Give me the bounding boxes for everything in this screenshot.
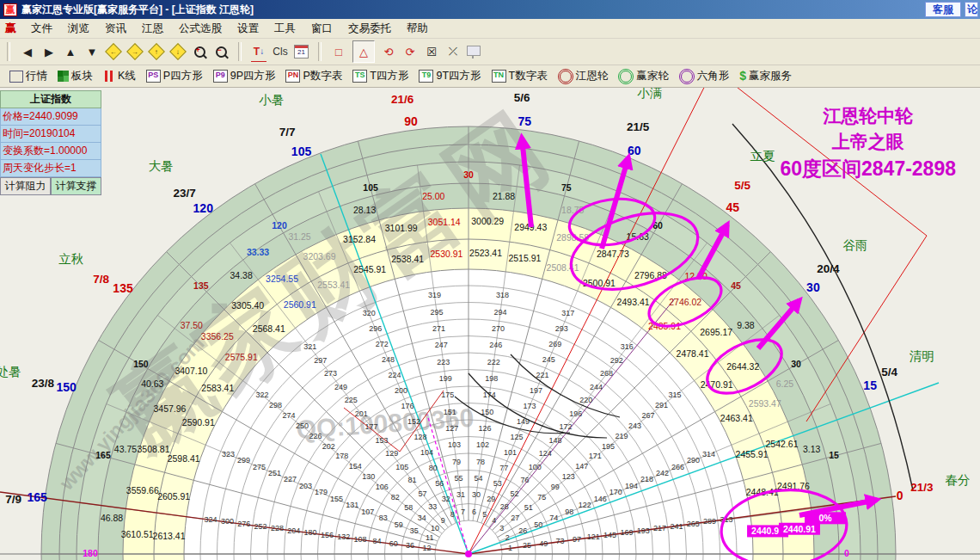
chart-type-K线[interactable]: K线 [99, 67, 140, 85]
triangle-tool-button[interactable]: △ [352, 40, 375, 63]
price-label-outer: 3610.51 [121, 529, 154, 539]
spiral-number: 174 [483, 391, 496, 399]
spiral-number: 55 [455, 474, 463, 483]
spiral-number: 127 [445, 424, 458, 433]
price-label-outer: 2644.32 [726, 361, 759, 372]
boxed-x-tool-button[interactable]: ☒ [424, 42, 439, 61]
spiral-number: 275 [253, 463, 266, 471]
spiral-number: 10 [431, 524, 439, 532]
spiral-number: 220 [579, 396, 592, 404]
wheel-annotation: 江恩轮中轮 上帝之眼 60度区间2847-2898 [780, 103, 956, 182]
chart-type-江恩轮[interactable]: 江恩轮 [554, 67, 613, 86]
chart-type-行情[interactable]: 行情 [5, 67, 52, 85]
move-up-icon[interactable]: ↑ [148, 43, 165, 60]
spiral-number: 58 [404, 503, 413, 512]
spiral-number: 268 [600, 369, 613, 378]
menu-item-1[interactable]: 浏览 [60, 20, 97, 38]
instrument-info-panel: 上证指数 价格=2440.9099时间=20190104变换系数=1.00000… [0, 90, 101, 195]
spiral-number: 193 [637, 526, 650, 535]
chart-type-toolbar: 行情板块K线PSP四方形P99P四方形PNP数字表TST四方形T99T四方形TN… [0, 65, 980, 88]
price-label-inner: 2560.91 [284, 299, 316, 310]
outer-date-label: 5/4 [881, 366, 897, 378]
chart-type-9T四方形[interactable]: T99T四方形 [414, 67, 485, 85]
price-label-outer: 2593.47 [749, 398, 781, 409]
spiral-number: 126 [479, 424, 492, 433]
spiral-number: 132 [337, 532, 350, 541]
prev-button[interactable]: ◀ [20, 42, 35, 61]
calendar-button[interactable]: 21 [294, 45, 309, 58]
customer-service-button[interactable]: 客服 [925, 2, 961, 17]
move-right-icon[interactable]: → [126, 43, 144, 60]
spiral-number: 79 [452, 458, 461, 466]
move-down-icon[interactable]: ↓ [169, 43, 187, 60]
spiral-number: 131 [346, 501, 358, 509]
updown-axis-button[interactable]: T↓ [251, 42, 266, 62]
wheel-center-dot [465, 551, 472, 557]
chart-type-P四方形[interactable]: PSP四方形 [142, 67, 207, 85]
spiral-number: 179 [315, 488, 328, 496]
menu-item-0[interactable]: 文件 [23, 20, 60, 38]
degree-ring-label: 105 [363, 182, 378, 193]
chart-type-9P四方形[interactable]: P99P四方形 [209, 67, 280, 85]
menu-item-7[interactable]: 窗口 [303, 20, 340, 38]
degree-ring-label: 15 [829, 450, 839, 460]
annotation-line-3: 60度区间2847-2898 [780, 155, 956, 182]
chart-type-六角形[interactable]: 六角形 [675, 67, 734, 86]
outer-date-label: 23/8 [32, 377, 55, 390]
solar-term-label: 大暑 [149, 159, 174, 173]
arc-ccw-tool-button[interactable]: ⟲ [381, 42, 396, 61]
menu-item-9[interactable]: 帮助 [399, 20, 436, 38]
spiral-number: 57 [418, 489, 426, 498]
spiral-number: 5 [482, 510, 487, 519]
spiral-number: 173 [523, 402, 536, 410]
chart-type-label: P四方形 [163, 69, 203, 83]
move-left-icon[interactable]: ← [105, 43, 122, 60]
menu-item-2[interactable]: 资讯 [97, 20, 134, 38]
spiral-number: 298 [269, 401, 282, 409]
menu-item-5[interactable]: 设置 [230, 20, 266, 38]
outer-date-label: 7/8 [93, 273, 109, 286]
down-tool-button[interactable]: ▼ [84, 42, 100, 61]
zoom-out-button[interactable]: − [213, 42, 229, 61]
spiral-number: 267 [642, 411, 655, 420]
blocks-icon [58, 71, 69, 82]
up-tool-button[interactable]: ▲ [63, 42, 78, 61]
spiral-number: 194 [625, 482, 638, 490]
screen-tool-button[interactable] [467, 46, 481, 56]
spiral-number: 199 [439, 374, 452, 383]
outer-degree-label: 120 [193, 201, 214, 215]
spiral-number: 217 [653, 524, 666, 532]
kline-icon [103, 71, 115, 82]
chart-type-赢家轮[interactable]: 赢家轮 [614, 67, 673, 86]
square-tool-button[interactable]: □ [331, 42, 346, 61]
partial-button[interactable]: 论坛 [965, 2, 978, 17]
spiral-number: 176 [401, 402, 413, 410]
outer-date-label: 21/3 [910, 481, 934, 494]
chart-type-赢家服务[interactable]: $赢家服务 [735, 67, 796, 85]
chart-type-label: 行情 [26, 69, 47, 83]
zoom-in-button[interactable]: + [192, 42, 207, 61]
chart-type-P数字表[interactable]: PNP数字表 [281, 67, 346, 85]
spiral-number: 148 [549, 436, 562, 445]
spiral-number: 97 [573, 535, 581, 544]
menu-item-4[interactable]: 公式选股 [171, 20, 230, 38]
arc-cw-tool-button[interactable]: ⟳ [402, 42, 418, 61]
box-TN-icon: TN [492, 70, 506, 83]
chart-type-T数字表[interactable]: TNT数字表 [487, 67, 552, 85]
cls-button[interactable]: Cls [273, 42, 288, 61]
chart-type-label: 江恩轮 [576, 69, 609, 83]
menu-item-3[interactable]: 江恩 [134, 20, 171, 38]
price-label-inner: 2583.41 [201, 383, 234, 393]
next-button[interactable]: ▶ [41, 42, 57, 61]
calc-button-1[interactable]: 计算支撑 [51, 177, 101, 195]
calc-button-0[interactable]: 计算阻力 [0, 177, 51, 195]
spiral-number: 248 [382, 355, 395, 364]
menu-item-6[interactable]: 工具 [266, 20, 303, 38]
chart-type-T四方形[interactable]: TST四方形 [348, 67, 413, 85]
cross-tool-button[interactable]: ⤫ [445, 42, 461, 61]
chart-type-板块[interactable]: 板块 [53, 67, 97, 85]
degree-ring-label: 75 [561, 182, 572, 193]
outer-degree-label: 105 [291, 145, 312, 158]
menu-item-8[interactable]: 交易委托 [340, 20, 399, 38]
spiral-number: 103 [448, 440, 461, 449]
